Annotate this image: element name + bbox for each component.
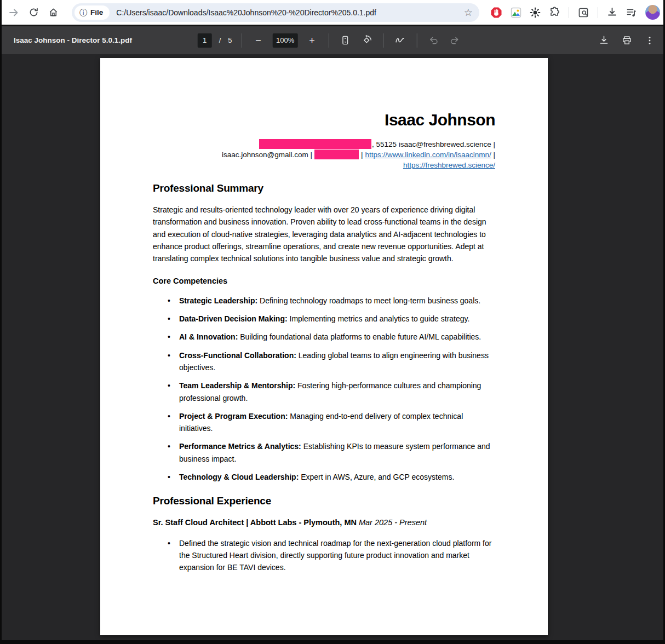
list-item: Project & Program Execution: Managing en… — [153, 410, 495, 435]
competency-label: Cross-Functional Collaboration: — [179, 351, 296, 360]
list-item: Team Leadership & Mentorship: Fostering … — [153, 380, 495, 404]
rotate-button[interactable] — [360, 33, 374, 48]
pdf-document-title: Isaac Johnson - Director 5.0.1.pdf — [14, 36, 132, 44]
summary-paragraph: Strategic and results-oriented technolog… — [153, 204, 495, 264]
job-dates: Mar 2025 - Present — [359, 518, 427, 527]
summary-heading: Professional Summary — [153, 182, 495, 195]
list-item: Performance Metrics & Analytics: Establi… — [153, 440, 495, 465]
competency-label: Team Leadership & Mentorship: — [179, 381, 295, 390]
list-item: AI & Innovation: Building foundational d… — [153, 331, 495, 343]
competencies-list: Strategic Leadership: Defining technolog… — [153, 295, 495, 484]
competency-label: Data-Driven Decision Making: — [179, 314, 288, 323]
experience-heading: Professional Experience — [153, 495, 495, 508]
competency-label: Strategic Leadership: — [179, 296, 257, 305]
media-controls-icon[interactable] — [626, 7, 637, 18]
contact-line-3: https://freshbrewed.science/ — [153, 160, 495, 170]
redaction-box — [259, 139, 371, 149]
list-item: Defined the strategic vision and technic… — [153, 537, 495, 574]
list-item: Data-Driven Decision Making: Implementin… — [153, 313, 495, 325]
redo-button[interactable] — [448, 33, 462, 48]
toolbar-separator — [329, 33, 329, 48]
url-text[interactable]: C:/Users/isaac/Downloads/Isaac%20Johnson… — [116, 8, 376, 17]
address-bar[interactable]: ⓘ File C:/Users/isaac/Downloads/Isaac%20… — [72, 3, 479, 22]
contact-email: isaac.johnson@gmail.com | — [222, 151, 312, 159]
contact-separator: | — [493, 151, 495, 159]
forward-icon[interactable] — [5, 4, 22, 21]
more-options-icon[interactable] — [643, 33, 657, 48]
job-bullet-text: Defined the strategic vision and technic… — [179, 539, 491, 572]
undo-button[interactable] — [427, 33, 441, 48]
list-item: Cross-Functional Collaboration: Leading … — [153, 349, 495, 374]
page-number-input[interactable]: 1 — [198, 33, 212, 48]
page-total: 5 — [228, 36, 232, 44]
home-icon[interactable] — [44, 4, 62, 21]
contact-block: , 55125 isaac@freshbrewed.science | isaa… — [153, 139, 495, 170]
file-scheme-chip[interactable]: ⓘ File — [74, 5, 110, 20]
adblock-extension-icon[interactable] — [490, 7, 502, 19]
linkedin-link[interactable]: https://www.linkedin.com/in/isaacinmn/ — [365, 151, 491, 159]
resume-name: Isaac Johnson — [153, 111, 495, 129]
fit-to-page-button[interactable] — [339, 33, 353, 48]
contact-line-2: isaac.johnson@gmail.com || https://www.l… — [153, 150, 495, 160]
competency-text: Defining technology roadmaps to meet lon… — [257, 296, 480, 305]
toolbar-separator — [417, 33, 417, 48]
contact-separator: | — [361, 151, 363, 159]
competency-text: Implementing metrics and analytics to gu… — [288, 314, 470, 323]
downloads-icon[interactable] — [606, 7, 618, 18]
redaction-box — [314, 150, 359, 159]
pdf-viewer-area[interactable]: Isaac Johnson , 55125 isaac@freshbrewed.… — [2, 54, 663, 640]
browser-toolbar: ⓘ File C:/Users/isaac/Downloads/Isaac%20… — [2, 0, 663, 25]
browser-window: ⓘ File C:/Users/isaac/Downloads/Isaac%20… — [2, 0, 663, 640]
zoom-level-input[interactable]: 100% — [273, 33, 298, 48]
darkmode-extension-icon[interactable] — [530, 7, 541, 18]
job-bullets-list: Defined the strategic vision and technic… — [153, 537, 495, 574]
toolbar-separator — [598, 7, 598, 18]
info-icon: ⓘ — [79, 9, 87, 16]
toolbar-separator — [569, 7, 569, 18]
screenshot-extension-icon[interactable] — [511, 7, 521, 18]
job-title: Sr. Staff Cloud Architect | Abbott Labs … — [153, 518, 357, 527]
website-link[interactable]: https://freshbrewed.science/ — [403, 161, 495, 169]
pdf-toolbar-center: 1 / 5 − 100% + — [198, 33, 462, 48]
pdf-print-icon[interactable] — [620, 33, 634, 48]
competency-label: Project & Program Execution: — [179, 412, 288, 421]
reload-icon[interactable] — [25, 4, 42, 21]
extensions-puzzle-icon[interactable] — [549, 7, 560, 18]
bookmark-star-icon[interactable]: ☆ — [463, 7, 474, 19]
pdf-download-icon[interactable] — [597, 33, 611, 48]
zoom-out-button[interactable]: − — [251, 33, 266, 48]
page-separator: / — [219, 36, 221, 44]
search-tabs-icon[interactable] — [577, 7, 589, 19]
extensions-row — [490, 5, 660, 20]
profile-avatar[interactable] — [645, 5, 660, 20]
pdf-page: Isaac Johnson , 55125 isaac@freshbrewed.… — [100, 58, 548, 635]
toolbar-separator — [242, 33, 242, 48]
annotate-pen-icon[interactable] — [393, 33, 408, 48]
contact-line-1: , 55125 isaac@freshbrewed.science | — [153, 139, 495, 150]
pdf-toolbar-right — [597, 33, 657, 48]
competency-text: Building foundational data platforms to … — [238, 332, 481, 341]
contact-line1-text: , 55125 isaac@freshbrewed.science | — [372, 140, 495, 148]
competency-label: Performance Metrics & Analytics: — [179, 442, 301, 451]
competencies-heading: Core Competencies — [153, 275, 495, 287]
pdf-toolbar: Isaac Johnson - Director 5.0.1.pdf 1 / 5… — [2, 26, 663, 54]
list-item: Technology & Cloud Leadership: Expert in… — [153, 471, 495, 483]
toolbar-separator — [383, 33, 384, 48]
competency-label: AI & Innovation: — [179, 332, 238, 341]
competency-label: Technology & Cloud Leadership: — [179, 473, 299, 481]
zoom-in-button[interactable]: + — [305, 33, 319, 48]
list-item: Strategic Leadership: Defining technolog… — [153, 295, 495, 307]
file-chip-label: File — [90, 8, 103, 16]
job-header: Sr. Staff Cloud Architect | Abbott Labs … — [153, 516, 495, 528]
competency-text: Expert in AWS, Azure, and GCP ecosystems… — [299, 473, 454, 481]
